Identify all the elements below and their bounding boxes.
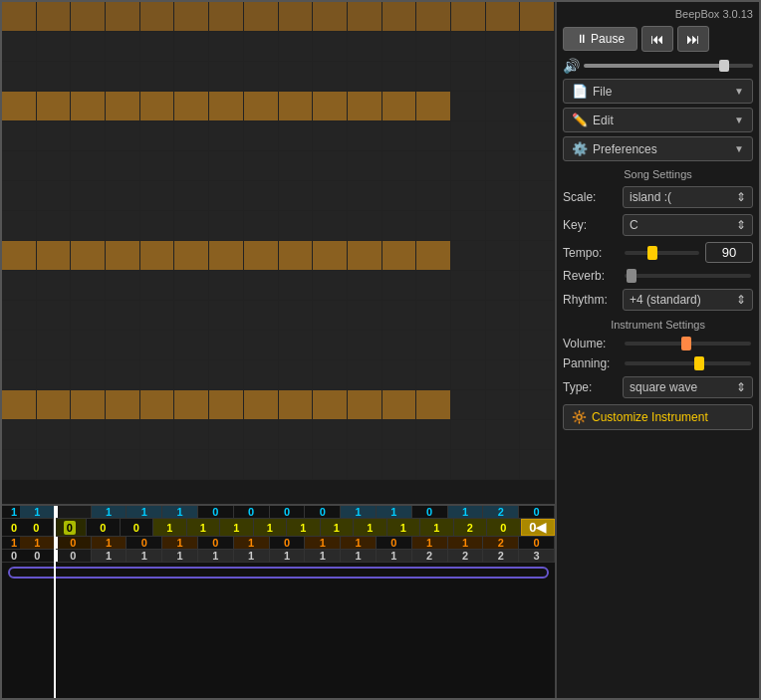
rewind-button[interactable]: ⏮ (641, 26, 673, 52)
note-cell[interactable]: 1 (270, 550, 306, 562)
track-cell[interactable] (348, 331, 382, 359)
note-cell[interactable]: 1 (354, 519, 387, 536)
track-cell[interactable] (382, 92, 417, 120)
track-cell[interactable] (71, 181, 106, 210)
track-cell[interactable] (313, 331, 348, 359)
track-cell[interactable] (244, 121, 279, 150)
track-cell[interactable] (416, 360, 451, 389)
track-cell[interactable] (209, 450, 244, 479)
track-cell[interactable] (2, 420, 37, 449)
note-cell-special[interactable]: 0◀ (521, 519, 556, 536)
customize-instrument-button[interactable]: 🔆 Customize Instrument (563, 404, 753, 430)
track-cell[interactable] (279, 211, 314, 240)
track-cell[interactable] (71, 331, 106, 359)
track-cell[interactable] (451, 390, 486, 419)
track-cell[interactable] (244, 211, 279, 240)
track-cell[interactable] (279, 151, 314, 180)
track-cell[interactable] (2, 92, 37, 120)
track-cell[interactable] (313, 420, 348, 449)
track-cell[interactable] (244, 241, 279, 270)
track-cell[interactable] (106, 211, 140, 240)
track-cell[interactable] (313, 181, 348, 210)
note-cell[interactable]: 1 (341, 506, 377, 518)
track-cell[interactable] (174, 331, 209, 359)
track-cell[interactable] (2, 450, 37, 479)
track-cell[interactable] (174, 211, 209, 240)
track-cell[interactable] (520, 151, 555, 180)
track-cell[interactable] (486, 62, 521, 91)
track-cell[interactable] (71, 390, 106, 419)
note-cell[interactable]: 0 (198, 537, 234, 549)
note-cell[interactable]: 1 (162, 537, 198, 549)
track-cell[interactable] (2, 62, 37, 91)
track-cell[interactable] (348, 241, 382, 270)
track-cell[interactable] (209, 181, 244, 210)
track-cell[interactable] (2, 211, 37, 240)
forward-button[interactable]: ⏭ (677, 26, 709, 52)
track-cell[interactable] (279, 301, 314, 330)
track-cell[interactable] (71, 92, 106, 120)
track-cell[interactable] (71, 241, 106, 270)
track-cell[interactable] (279, 62, 314, 91)
track-cell[interactable] (520, 241, 555, 270)
track-cell[interactable] (106, 241, 140, 270)
track-cell[interactable] (209, 92, 244, 120)
track-cell[interactable] (313, 62, 348, 91)
track-cell[interactable] (174, 271, 209, 300)
note-cell[interactable]: 0 (270, 506, 306, 518)
track-cell[interactable] (416, 2, 451, 31)
track-cell[interactable] (416, 151, 451, 180)
track-cell[interactable] (382, 2, 417, 31)
track-cell[interactable] (244, 301, 279, 330)
track-cell[interactable] (416, 241, 451, 270)
note-cell[interactable]: 1 (20, 506, 56, 518)
track-cell[interactable] (140, 32, 175, 61)
track-cell[interactable] (382, 181, 417, 210)
note-cell[interactable]: 1 (305, 550, 341, 562)
track-cell[interactable] (451, 450, 486, 479)
track-cell[interactable] (486, 360, 521, 389)
note-cell[interactable]: 0 (487, 519, 521, 536)
track-cell[interactable] (486, 211, 521, 240)
tempo-slider[interactable] (625, 251, 699, 255)
track-cell[interactable] (348, 2, 382, 31)
track-cell[interactable] (451, 420, 486, 449)
track-cell[interactable] (174, 121, 209, 150)
track-cell[interactable] (348, 301, 382, 330)
track-cell[interactable] (486, 301, 521, 330)
tempo-input[interactable]: 90 (705, 242, 753, 263)
scale-select[interactable]: island :( ⇕ (623, 186, 753, 208)
note-cell[interactable]: 1 (448, 506, 484, 518)
track-cell[interactable] (416, 32, 451, 61)
track-cell[interactable] (2, 121, 37, 150)
track-cell[interactable] (279, 271, 314, 300)
track-cell[interactable] (209, 2, 244, 31)
track-cell[interactable] (451, 151, 486, 180)
track-cell[interactable] (348, 181, 382, 210)
track-cell[interactable] (244, 181, 279, 210)
note-cell[interactable]: 1 (254, 519, 288, 536)
track-cell[interactable] (486, 181, 521, 210)
track-cell[interactable] (486, 271, 521, 300)
inst-volume-slider[interactable] (625, 342, 751, 346)
track-cell[interactable] (313, 151, 348, 180)
track-cell[interactable] (244, 92, 279, 120)
note-cell[interactable]: 1 (377, 550, 412, 562)
track-cell[interactable] (106, 331, 140, 359)
track-cell[interactable] (520, 92, 555, 120)
track-cell[interactable] (382, 62, 417, 91)
track-cell[interactable] (416, 301, 451, 330)
track-cell[interactable] (140, 271, 175, 300)
note-cell[interactable]: 0 (377, 537, 412, 549)
track-cell[interactable] (37, 2, 72, 31)
note-cell[interactable]: 1 (448, 537, 484, 549)
track-cell[interactable] (382, 450, 417, 479)
track-cell[interactable] (71, 301, 106, 330)
track-cell[interactable] (416, 390, 451, 419)
track-cell[interactable] (382, 211, 417, 240)
track-cell[interactable] (348, 62, 382, 91)
track-cell[interactable] (37, 211, 72, 240)
track-cell[interactable] (451, 331, 486, 359)
note-cell[interactable]: 2 (448, 550, 484, 562)
track-cell[interactable] (209, 62, 244, 91)
